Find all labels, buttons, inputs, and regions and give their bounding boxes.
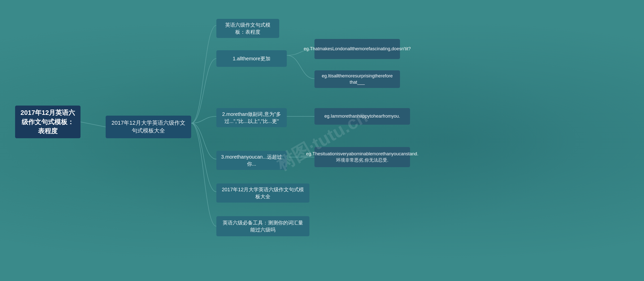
sub3-node: eg.Thesituationisveryabominablemorethany…	[314, 147, 410, 167]
branch1-label: 1.allthemore更加	[233, 55, 270, 62]
bottom2-label: 英语六级必备工具：测测你的词汇量能过六级吗	[220, 219, 305, 233]
sub2-node: eg.Iammorethanhappytohearfromyou.	[314, 108, 410, 125]
branch3-node: 3.morethanyoucan...远超过你...	[216, 151, 287, 170]
level1-label: 2017年12月大学英语六级作文句式模板大全	[110, 119, 187, 135]
top-label-text: 英语六级作文句式模板：表程度	[220, 21, 275, 35]
top-label-node: 英语六级作文句式模板：表程度	[216, 19, 279, 38]
mindmap-container: 2017年12月英语六级作文句式模板：表程度 2017年12月大学英语六级作文句…	[0, 0, 644, 281]
sub3-label: eg.Thesituationisveryabominablemorethany…	[306, 151, 418, 163]
sub1a-label: eg.ThatmakesLondonallthemorefascinating,…	[304, 46, 411, 52]
bottom1-node: 2017年12月大学英语六级作文句式模板大全	[216, 183, 309, 203]
branch1-node: 1.allthemore更加	[216, 50, 287, 67]
sub2-label: eg.Iammorethanhappytohearfromyou.	[324, 113, 400, 119]
branch3-label: 3.morethanyoucan...远超过你...	[220, 153, 283, 167]
level1-node: 2017年12月大学英语六级作文句式模板大全	[106, 116, 191, 138]
sub1b-node: eg.Itisallthemoresurprisingtherefore tha…	[314, 70, 400, 88]
root-node: 2017年12月英语六级作文句式模板：表程度	[15, 106, 80, 138]
branch2-label: 2.morethan做副词,意为"多过...","比...以上","比...更"	[220, 111, 283, 125]
bottom1-label: 2017年12月大学英语六级作文句式模板大全	[220, 186, 305, 200]
root-label: 2017年12月英语六级作文句式模板：表程度	[19, 108, 76, 135]
sub1a-node: eg.ThatmakesLondonallthemorefascinating,…	[314, 39, 400, 59]
branch2-node: 2.morethan做副词,意为"多过...","比...以上","比...更"	[216, 108, 287, 127]
bottom2-node: 英语六级必备工具：测测你的词汇量能过六级吗	[216, 216, 309, 236]
svg-line-0	[80, 122, 106, 127]
sub1b-label: eg.Itisallthemoresurprisingtherefore tha…	[318, 73, 396, 85]
